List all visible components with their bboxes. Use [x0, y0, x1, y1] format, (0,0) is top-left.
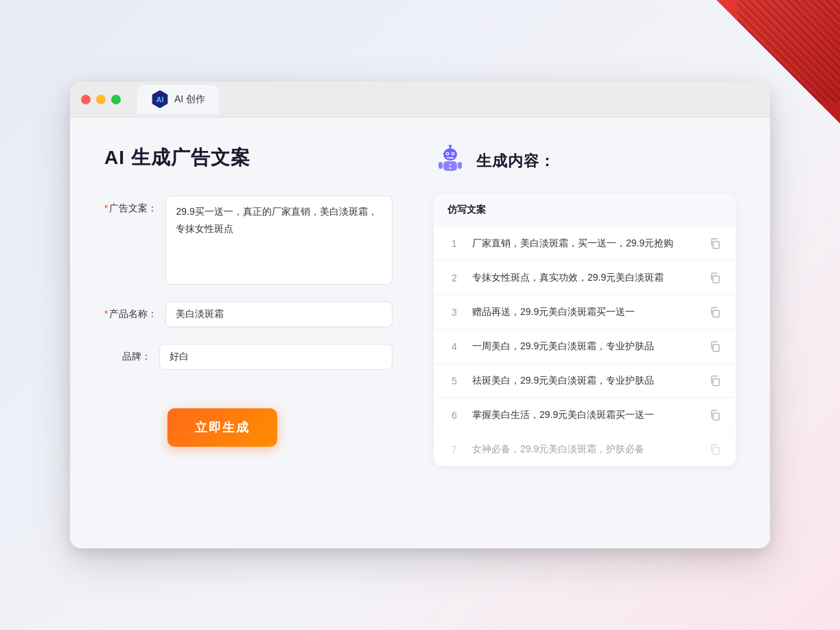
copy-icon[interactable]	[708, 408, 722, 422]
results-table-header: 仿写文案	[434, 194, 736, 226]
svg-rect-17	[713, 379, 719, 386]
traffic-lights	[81, 95, 121, 104]
svg-point-11	[450, 164, 452, 166]
minimize-button[interactable]	[96, 95, 106, 104]
svg-point-12	[450, 167, 452, 170]
result-number: 5	[447, 375, 461, 386]
tab-ai-create[interactable]: AI AI 创作	[137, 85, 219, 114]
result-text: 祛斑美白，29.9元美白淡斑霜，专业护肤品	[472, 373, 697, 388]
product-name-group: *产品名称：	[104, 301, 393, 327]
ad-copy-input[interactable]	[165, 196, 393, 285]
svg-rect-16	[713, 345, 719, 351]
browser-window: AI AI 创作 AI 生成广告文案 *广告文案： *产品名称：	[70, 82, 770, 548]
ai-logo-icon: AI	[151, 91, 169, 108]
copy-icon[interactable]	[708, 237, 722, 250]
required-star-2: *	[104, 308, 108, 319]
result-row: 1厂家直销，美白淡斑霜，买一送一，29.9元抢购	[434, 226, 736, 261]
robot-icon	[434, 145, 467, 178]
svg-rect-10	[458, 162, 462, 169]
copy-icon[interactable]	[708, 443, 722, 456]
result-text: 赠品再送，29.9元美白淡斑霜买一送一	[472, 305, 697, 319]
result-row: 6掌握美白生活，29.9元美白淡斑霜买一送一	[434, 398, 736, 432]
svg-point-6	[452, 153, 454, 154]
page-title: AI 生成广告文案	[104, 145, 393, 171]
copy-icon[interactable]	[708, 374, 722, 388]
brand-group: 品牌：	[104, 344, 393, 370]
brand-label: 品牌：	[104, 344, 159, 363]
svg-point-2	[449, 145, 452, 148]
svg-rect-7	[447, 157, 454, 159]
svg-point-5	[447, 153, 448, 154]
svg-rect-18	[713, 413, 719, 420]
svg-rect-8	[443, 161, 457, 171]
brand-input[interactable]	[159, 344, 393, 370]
copy-icon[interactable]	[708, 271, 722, 285]
svg-point-0	[443, 148, 457, 161]
result-number: 1	[447, 238, 461, 249]
result-row: 2专抹女性斑点，真实功效，29.9元美白淡斑霜	[434, 261, 736, 295]
left-panel: AI 生成广告文案 *广告文案： *产品名称： 品牌： 立	[104, 145, 393, 515]
tab-label: AI 创作	[174, 93, 205, 106]
generate-button[interactable]: 立即生成	[167, 408, 277, 447]
result-number: 3	[447, 307, 461, 318]
result-number: 2	[447, 272, 461, 283]
result-title: 生成内容：	[476, 151, 555, 172]
copy-icon[interactable]	[708, 340, 722, 353]
result-text: 专抹女性斑点，真实功效，29.9元美白淡斑霜	[472, 270, 697, 285]
result-text: 掌握美白生活，29.9元美白淡斑霜买一送一	[472, 408, 697, 422]
ad-copy-label: *广告文案：	[104, 196, 165, 215]
maximize-button[interactable]	[111, 95, 121, 104]
main-content: AI 生成广告文案 *广告文案： *产品名称： 品牌： 立	[70, 117, 770, 543]
result-number: 4	[447, 341, 461, 352]
ad-copy-group: *广告文案：	[104, 196, 393, 285]
result-row: 5祛斑美白，29.9元美白淡斑霜，专业护肤品	[434, 364, 736, 398]
product-name-label: *产品名称：	[104, 301, 165, 320]
result-number: 7	[447, 444, 461, 455]
svg-rect-14	[713, 276, 719, 283]
title-bar: AI AI 创作	[70, 82, 770, 117]
result-rows: 1厂家直销，美白淡斑霜，买一送一，29.9元抢购 2专抹女性斑点，真实功效，29…	[434, 226, 736, 466]
svg-rect-9	[439, 162, 443, 169]
result-text: 一周美白，29.9元美白淡斑霜，专业护肤品	[472, 339, 697, 353]
result-header: 生成内容：	[434, 145, 736, 178]
svg-rect-13	[713, 242, 719, 248]
result-row: 3赠品再送，29.9元美白淡斑霜买一送一	[434, 295, 736, 329]
results-table: 仿写文案 1厂家直销，美白淡斑霜，买一送一，29.9元抢购 2专抹女性斑点，真实…	[434, 194, 736, 466]
required-star: *	[104, 202, 108, 213]
result-row: 4一周美白，29.9元美白淡斑霜，专业护肤品	[434, 329, 736, 364]
result-text: 厂家直销，美白淡斑霜，买一送一，29.9元抢购	[472, 236, 697, 250]
copy-icon[interactable]	[708, 305, 722, 319]
product-name-input[interactable]	[165, 301, 393, 327]
right-panel: 生成内容： 仿写文案 1厂家直销，美白淡斑霜，买一送一，29.9元抢购 2专抹女…	[434, 145, 736, 515]
svg-rect-15	[713, 310, 719, 317]
svg-rect-19	[713, 447, 719, 454]
close-button[interactable]	[81, 95, 91, 104]
result-row: 7女神必备，29.9元美白淡斑霜，护肤必备	[434, 432, 736, 466]
result-text: 女神必备，29.9元美白淡斑霜，护肤必备	[472, 442, 697, 456]
result-number: 6	[447, 410, 461, 421]
